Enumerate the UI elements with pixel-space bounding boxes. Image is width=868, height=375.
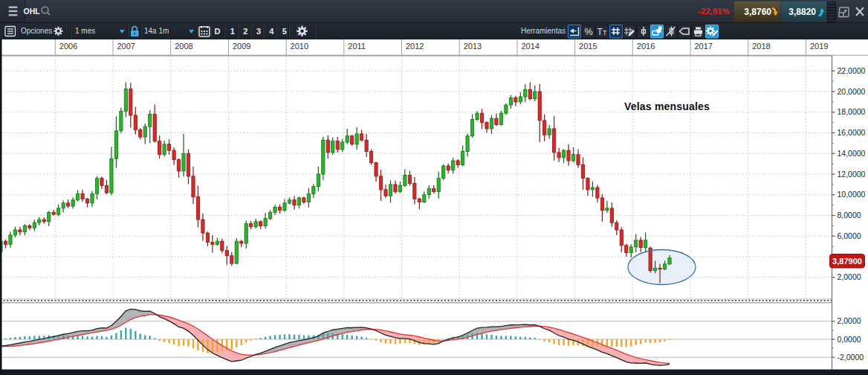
svg-text:1: 1 — [230, 27, 235, 36]
svg-text:OHL: OHL — [24, 7, 41, 16]
svg-text:3: 3 — [256, 27, 261, 36]
svg-text:22,0000: 22,0000 — [838, 66, 866, 75]
svg-text:1 mes: 1 mes — [75, 27, 95, 35]
svg-text:2016: 2016 — [637, 42, 655, 51]
svg-text:18,0000: 18,0000 — [838, 107, 866, 116]
svg-text:2011: 2011 — [348, 42, 366, 51]
svg-text:14,0000: 14,0000 — [838, 149, 866, 158]
svg-text:3,8820: 3,8820 — [788, 7, 816, 17]
svg-text:2013: 2013 — [464, 42, 482, 51]
svg-text:2008: 2008 — [175, 42, 192, 51]
svg-text:TT: TT — [597, 27, 607, 37]
svg-text:5: 5 — [282, 27, 287, 36]
svg-text:20,0000: 20,0000 — [838, 87, 866, 96]
svg-text:D: D — [215, 27, 221, 36]
svg-text:-2,0000: -2,0000 — [838, 353, 864, 362]
svg-text:12,0000: 12,0000 — [838, 170, 866, 179]
svg-text:2012: 2012 — [406, 42, 424, 51]
svg-text:2,0000: 2,0000 — [838, 272, 861, 281]
svg-text:2,0000: 2,0000 — [838, 316, 861, 325]
svg-text:8,0000: 8,0000 — [838, 211, 861, 219]
svg-text:6,0000: 6,0000 — [838, 231, 861, 240]
svg-text:3,8760: 3,8760 — [744, 7, 771, 17]
svg-text:-22,91%: -22,91% — [698, 7, 730, 16]
svg-text:2: 2 — [243, 27, 247, 36]
svg-text:Opciones: Opciones — [21, 27, 52, 35]
svg-text:2017: 2017 — [695, 42, 713, 51]
svg-text:2007: 2007 — [117, 42, 135, 51]
svg-text:2010: 2010 — [291, 42, 308, 51]
svg-text:%: % — [584, 27, 592, 37]
svg-text:14a 1m: 14a 1m — [144, 27, 169, 35]
svg-text:2018: 2018 — [752, 42, 770, 51]
svg-text:2015: 2015 — [579, 42, 597, 51]
svg-text:2019: 2019 — [810, 42, 828, 51]
svg-text:4: 4 — [269, 27, 274, 36]
svg-text:10,0000: 10,0000 — [838, 190, 866, 199]
svg-text:2009: 2009 — [233, 42, 250, 51]
svg-text:0,0000: 0,0000 — [838, 335, 861, 344]
svg-text:Velas mensuales: Velas mensuales — [624, 100, 710, 112]
svg-text:2006: 2006 — [59, 42, 77, 51]
svg-text:2014: 2014 — [521, 42, 539, 51]
svg-text:3,87900: 3,87900 — [832, 257, 862, 266]
svg-text:16,0000: 16,0000 — [838, 128, 866, 137]
svg-text:Herramientas: Herramientas — [521, 27, 566, 35]
